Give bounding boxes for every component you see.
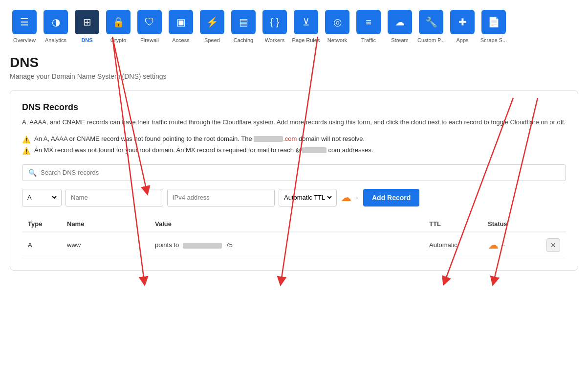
- row-value-redacted: [183, 243, 222, 249]
- row-value: points to 75: [149, 232, 423, 258]
- dns-table: Type Name Value TTL Status A www points …: [22, 216, 566, 258]
- card-description: A, AAAA, and CNAME records can have thei…: [22, 117, 566, 127]
- ttl-select[interactable]: Automatic TTL2 minutes5 minutes10 minute…: [282, 193, 333, 202]
- ipv4-input[interactable]: [167, 189, 275, 206]
- warning-item-1: ⚠️ An A, AAAA or CNAME record was not fo…: [22, 135, 566, 143]
- nav-icon-workers: { }: [262, 10, 287, 34]
- nav-label-crypto: Crypto: [110, 37, 126, 43]
- nav-icon-stream: ☁: [388, 10, 412, 34]
- nav-icon-custom-p: 🔧: [419, 10, 443, 34]
- nav-label-dns: DNS: [81, 37, 92, 43]
- col-header-type: Type: [22, 216, 61, 232]
- nav-item-access[interactable]: ▣Access: [166, 10, 196, 43]
- type-select[interactable]: AAAAACNAMEMXTXTSRVLOCSPFNSCAA: [25, 193, 58, 202]
- nav-item-overview[interactable]: ☰Overview: [10, 10, 39, 43]
- page-wrapper: ☰Overview◑Analytics⊞DNS🔒Crypto🛡Firewall▣…: [0, 0, 588, 390]
- nav-icon-scrape-s: 📄: [481, 10, 506, 34]
- warning-icon-1: ⚠️: [22, 136, 30, 143]
- nav-item-workers[interactable]: { }Workers: [260, 10, 289, 43]
- search-icon: 🔍: [28, 169, 37, 177]
- nav-item-apps[interactable]: ✚Apps: [448, 10, 477, 43]
- warning-text-2: An MX record was not found for your root…: [34, 146, 373, 154]
- nav-item-dns[interactable]: ⊞DNS: [72, 10, 102, 43]
- nav-label-workers: Workers: [265, 37, 285, 43]
- nav-icon-access: ▣: [169, 10, 193, 34]
- dns-table-body: A www points to 75 Automatic ☁ →: [22, 232, 566, 258]
- nav-icon-speed: ⚡: [200, 10, 224, 34]
- warning-text-1: An A, AAAA or CNAME record was not found…: [34, 135, 365, 142]
- arrow-icon: →: [352, 194, 359, 202]
- redacted-domain-1: [254, 136, 283, 142]
- nav-label-custom-p: Custom P...: [417, 37, 445, 43]
- add-record-form: AAAAACNAMEMXTXTSRVLOCSPFNSCAA Automatic …: [22, 189, 566, 206]
- search-bar: 🔍: [22, 164, 566, 181]
- nav-item-caching[interactable]: ▤Caching: [229, 10, 258, 43]
- row-cloud-toggle[interactable]: ☁ →: [488, 239, 535, 252]
- col-header-value: Value: [149, 216, 423, 232]
- nav-icon-firewall: 🛡: [137, 10, 162, 34]
- nav-label-traffic: Traffic: [361, 37, 376, 43]
- cloud-proxy-toggle[interactable]: ☁ →: [341, 191, 359, 204]
- nav-item-page-rules[interactable]: ⊻Page Rules: [291, 10, 321, 43]
- col-header-action: [541, 216, 566, 232]
- warning-item-2: ⚠️ An MX record was not found for your r…: [22, 146, 566, 155]
- nav-label-network: Network: [327, 37, 347, 43]
- col-header-ttl: TTL: [423, 216, 482, 232]
- nav-bar: ☰Overview◑Analytics⊞DNS🔒Crypto🛡Firewall▣…: [10, 10, 578, 43]
- col-header-name: Name: [61, 216, 149, 232]
- cloud-icon: ☁: [341, 191, 351, 204]
- nav-label-apps: Apps: [456, 37, 468, 43]
- row-value-suffix: 75: [225, 241, 232, 249]
- nav-item-network[interactable]: ◎Network: [323, 10, 352, 43]
- nav-label-scrape-s: Scrape S...: [480, 37, 507, 43]
- nav-item-crypto[interactable]: 🔒Crypto: [104, 10, 133, 43]
- add-record-button[interactable]: Add Record: [363, 189, 419, 206]
- nav-item-traffic[interactable]: ≡Traffic: [354, 10, 383, 43]
- search-input[interactable]: [41, 169, 560, 176]
- delete-record-button[interactable]: ✕: [546, 238, 560, 252]
- nav-icon-caching: ▤: [231, 10, 256, 34]
- card-title: DNS Records: [22, 102, 566, 113]
- nav-item-custom-p[interactable]: 🔧Custom P...: [416, 10, 446, 43]
- nav-item-firewall[interactable]: 🛡Firewall: [135, 10, 164, 43]
- page-title-section: DNS Manage your Domain Name System (DNS)…: [10, 55, 578, 80]
- row-type: A: [22, 232, 61, 258]
- nav-label-caching: Caching: [234, 37, 253, 43]
- nav-icon-page-rules: ⊻: [294, 10, 318, 34]
- row-status[interactable]: ☁ →: [482, 232, 541, 258]
- nav-label-page-rules: Page Rules: [292, 37, 320, 43]
- nav-label-overview: Overview: [13, 37, 36, 43]
- nav-item-stream[interactable]: ☁Stream: [385, 10, 414, 43]
- row-cloud-icon: ☁: [488, 239, 499, 252]
- ttl-select-wrapper[interactable]: Automatic TTL2 minutes5 minutes10 minute…: [279, 189, 337, 206]
- name-input[interactable]: [65, 189, 163, 206]
- nav-icon-analytics: ◑: [44, 10, 68, 34]
- row-name: www: [61, 232, 149, 258]
- nav-label-stream: Stream: [391, 37, 408, 43]
- row-arrow-icon: →: [500, 241, 506, 249]
- nav-icon-traffic: ≡: [356, 10, 381, 34]
- warning-icon-2: ⚠️: [22, 147, 30, 155]
- col-header-status: Status: [482, 216, 541, 232]
- warning-list: ⚠️ An A, AAAA or CNAME record was not fo…: [22, 135, 566, 155]
- nav-item-scrape-s[interactable]: 📄Scrape S...: [479, 10, 508, 43]
- nav-label-analytics: Analytics: [45, 37, 66, 43]
- nav-icon-network: ◎: [325, 10, 349, 34]
- nav-icon-crypto: 🔒: [106, 10, 131, 34]
- dns-table-head: Type Name Value TTL Status: [22, 216, 566, 232]
- nav-label-speed: Speed: [204, 37, 220, 43]
- page-subtitle: Manage your Domain Name System (DNS) set…: [10, 72, 578, 80]
- row-ttl: Automatic: [423, 232, 482, 258]
- dns-records-card: DNS Records A, AAAA, and CNAME records c…: [10, 90, 578, 271]
- type-select-wrapper[interactable]: AAAAACNAMEMXTXTSRVLOCSPFNSCAA: [22, 189, 62, 206]
- nav-item-analytics[interactable]: ◑Analytics: [41, 10, 70, 43]
- table-row: A www points to 75 Automatic ☁ →: [22, 232, 566, 258]
- nav-icon-apps: ✚: [450, 10, 475, 34]
- redacted-domain-2: [302, 147, 327, 153]
- nav-label-firewall: Firewall: [140, 37, 159, 43]
- nav-label-access: Access: [172, 37, 189, 43]
- dns-table-header-row: Type Name Value TTL Status: [22, 216, 566, 232]
- nav-item-speed[interactable]: ⚡Speed: [197, 10, 227, 43]
- page-title: DNS: [10, 55, 578, 70]
- row-value-prefix: points to: [155, 241, 179, 249]
